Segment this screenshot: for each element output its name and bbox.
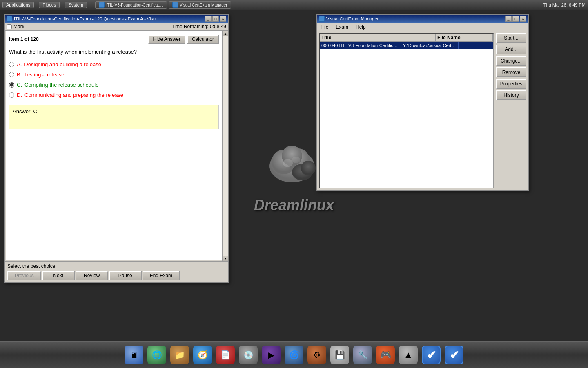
pdf-icon: 📄 xyxy=(216,346,235,364)
manager-menubar: File Exam Help xyxy=(317,23,528,31)
mark-checkbox-area[interactable]: Mark xyxy=(7,24,24,29)
option-b-letter: B. xyxy=(17,72,22,78)
computer-icon: 🖥 xyxy=(125,346,143,364)
blue-app-icon: 🌀 xyxy=(285,346,303,364)
scroll-up[interactable]: ▲ xyxy=(223,31,228,36)
dock-checkbox2[interactable]: ✔ xyxy=(443,344,465,366)
manager-body: Title File Name 000-040 ITIL-V3-Foundati… xyxy=(317,31,528,190)
hide-answer-button[interactable]: Hide Answer xyxy=(148,35,185,44)
remove-button[interactable]: Remove xyxy=(496,67,526,77)
exam-window: ITIL-V3-Foundation-Certification-Exam - … xyxy=(4,14,229,283)
pause-button[interactable]: Pause xyxy=(109,271,142,280)
exam-footer: Select the best choice. Previous Next Re… xyxy=(5,261,228,282)
filename-cell: Y:\Download\Visual CertEx... xyxy=(401,42,459,49)
footer-buttons: Previous Next Review Pause End Exam xyxy=(7,271,225,280)
checkbox2-icon: ✔ xyxy=(445,346,463,364)
dock-disk[interactable]: 💿 xyxy=(238,344,259,366)
calculator-button[interactable]: Calculator xyxy=(187,35,219,44)
table-row[interactable]: 000-040 ITIL-V3-Foundation-Certification… xyxy=(320,42,493,49)
totem-icon: ▶ xyxy=(262,346,281,364)
dock-checkbox[interactable]: ✔ xyxy=(421,344,442,366)
exam-window-tab[interactable]: ITIL-V3-Foundation-Certification-Exam - … xyxy=(95,1,167,9)
exam-title-icon xyxy=(7,16,12,22)
dock-safari[interactable]: 🧭 xyxy=(192,344,213,366)
exam-menu[interactable]: Exam xyxy=(334,24,350,30)
exam-body-container: Item 1 of 120 Hide Answer Calculator Wha… xyxy=(5,31,228,261)
option-b-text: Testing a release xyxy=(24,72,64,78)
option-c-text: Compiling the release schedule xyxy=(24,82,98,88)
end-exam-button[interactable]: End Exam xyxy=(143,271,180,280)
history-button[interactable]: History xyxy=(496,90,526,100)
dock-tools[interactable]: 🔧 xyxy=(352,344,373,366)
scroll-down[interactable]: ▼ xyxy=(223,256,228,261)
manager-window-tab[interactable]: Visual CertExam Manager xyxy=(169,1,231,9)
dock-network[interactable]: 🌐 xyxy=(146,344,167,366)
file-menu[interactable]: File xyxy=(319,24,330,30)
exam-tab-icon xyxy=(99,2,105,8)
footer-text: Select the best choice. xyxy=(7,263,225,269)
dock-arrow[interactable]: ▲ xyxy=(398,344,419,366)
option-a-text: Designing and building a release xyxy=(24,61,101,67)
radio-d[interactable] xyxy=(9,92,14,98)
dock-disk2[interactable]: 💾 xyxy=(329,344,350,366)
dock-blue-app[interactable]: 🌀 xyxy=(283,344,305,366)
review-button[interactable]: Review xyxy=(76,271,108,280)
help-menu[interactable]: Help xyxy=(354,24,368,30)
taskbar-windows: ITIL-V3-Foundation-Certification-Exam - … xyxy=(95,1,231,9)
maximize-button[interactable]: □ xyxy=(212,16,219,22)
time-label: Time Remaining: xyxy=(172,24,208,29)
change-button[interactable]: Change... xyxy=(496,56,526,66)
manager-close-button[interactable]: ✕ xyxy=(520,16,526,22)
places-menu[interactable]: Places xyxy=(39,2,60,8)
next-button[interactable]: Next xyxy=(42,271,75,280)
manager-minimize-button[interactable]: _ xyxy=(505,16,512,22)
dreamlinux-text: Dreamlinux xyxy=(254,197,334,214)
option-c[interactable]: C. Compiling the release schedule xyxy=(9,82,219,88)
dock-files[interactable]: 📁 xyxy=(169,344,190,366)
scrollbar[interactable]: ▲ ▼ xyxy=(222,31,228,261)
start-button[interactable]: Start... xyxy=(496,33,526,43)
mark-label: Mark xyxy=(13,24,24,29)
dock-pdf[interactable]: 📄 xyxy=(215,344,236,366)
mark-checkbox[interactable] xyxy=(7,24,12,29)
manager-tab-icon xyxy=(172,2,178,8)
option-c-letter: C. xyxy=(17,82,22,88)
question-text: What is the first activity when implemen… xyxy=(9,45,219,55)
manager-maximize-button[interactable]: □ xyxy=(512,16,519,22)
option-a-letter: A. xyxy=(17,61,22,67)
exam-titlebar: ITIL-V3-Foundation-Certification-Exam - … xyxy=(5,15,228,23)
manager-title-text: Visual CertExam Manager xyxy=(326,16,379,21)
manager-titlebar-controls: _ □ ✕ xyxy=(505,16,526,22)
add-button[interactable]: Add... xyxy=(496,45,526,54)
scroll-track[interactable] xyxy=(223,36,228,256)
radio-c[interactable] xyxy=(9,82,14,88)
manager-titlebar: Visual CertExam Manager _ □ ✕ xyxy=(317,15,528,23)
filename-column-header[interactable]: File Name xyxy=(436,34,493,41)
manager-buttons: Start... Add... Change... Remove Propert… xyxy=(494,33,526,188)
minimize-button[interactable]: _ xyxy=(205,16,212,22)
dock: 🖥 🌐 📁 🧭 📄 💿 ▶ 🌀 ⚙ 💾 🔧 🎮 ▲ ✔ ✔ xyxy=(0,341,588,368)
dock-red-app[interactable]: 🎮 xyxy=(375,344,396,366)
svg-point-7 xyxy=(292,157,300,163)
checkbox-icon: ✔ xyxy=(422,346,441,364)
radio-a[interactable] xyxy=(9,62,14,67)
dock-system[interactable]: ⚙ xyxy=(306,344,327,366)
time-remaining: Time Remaining: 0:58:49 xyxy=(172,24,226,29)
dock-totem[interactable]: ▶ xyxy=(261,344,282,366)
option-a[interactable]: A. Designing and building a release xyxy=(9,61,219,67)
properties-button[interactable]: Properties xyxy=(496,79,526,89)
taskbar-top: Applications Places System ITIL-V3-Found… xyxy=(0,0,588,10)
close-button[interactable]: ✕ xyxy=(220,16,226,22)
previous-button[interactable]: Previous xyxy=(7,271,41,280)
item-counter: Item 1 of 120 xyxy=(9,36,39,42)
option-d[interactable]: D. Communicating and preparing the relea… xyxy=(9,92,219,98)
option-b[interactable]: B. Testing a release xyxy=(9,72,219,78)
dock-computer[interactable]: 🖥 xyxy=(123,344,145,366)
system-menu[interactable]: System xyxy=(65,2,87,8)
radio-b[interactable] xyxy=(9,72,14,77)
option-d-text: Communicating and preparing the release xyxy=(24,92,123,98)
files-icon: 📁 xyxy=(170,346,189,364)
table-header: Title File Name xyxy=(320,34,493,42)
title-column-header[interactable]: Title xyxy=(320,34,436,41)
applications-menu[interactable]: Applications xyxy=(2,2,34,8)
